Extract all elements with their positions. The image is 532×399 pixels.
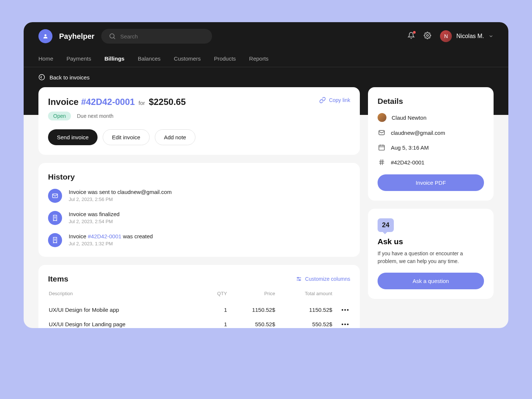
- brand-name: Payhelper: [59, 32, 95, 41]
- history-item: Invoice was sent to claudnew@gmail.comJu…: [48, 189, 350, 203]
- nav-customers[interactable]: Customers: [174, 50, 201, 67]
- svg-line-2: [113, 37, 115, 39]
- notifications-icon[interactable]: [407, 32, 415, 41]
- add-note-button[interactable]: Add note: [155, 129, 195, 145]
- email-icon: [378, 129, 386, 137]
- chevron-down-icon: [488, 34, 494, 39]
- svg-point-13: [299, 280, 300, 281]
- main-nav: Home Payments Billings Balances Customer…: [24, 50, 508, 67]
- edit-invoice-button[interactable]: Edit invoice: [103, 129, 150, 145]
- table-row: UX/UI Design for Landing page 1 550.52$ …: [49, 317, 349, 328]
- svg-point-4: [39, 75, 45, 80]
- items-card: Items Customize columns Description QTY …: [38, 265, 360, 328]
- col-description: Description: [49, 291, 206, 302]
- col-price: Price: [228, 291, 275, 302]
- nav-billings[interactable]: Billings: [105, 50, 125, 67]
- nav-products[interactable]: Products: [214, 50, 236, 67]
- ask-text: If you have a question or encounter a pr…: [378, 250, 484, 265]
- col-total: Total amount: [276, 291, 332, 302]
- receipt-icon: [48, 233, 62, 247]
- svg-point-1: [110, 34, 114, 38]
- sliders-icon: [296, 276, 302, 282]
- nav-home[interactable]: Home: [38, 50, 53, 67]
- ask-us-card: 24 Ask us If you have a question or enco…: [368, 209, 494, 299]
- customer-avatar: [378, 113, 386, 122]
- send-invoice-button[interactable]: Send invoice: [48, 129, 98, 145]
- ask-badge: 24: [378, 218, 394, 232]
- customer-name: Claud Newton: [392, 115, 426, 121]
- avatar: N: [440, 30, 452, 42]
- svg-point-0: [44, 34, 46, 36]
- invoice-date: Aug 5, 3:16 AM: [391, 144, 429, 151]
- col-qty: QTY: [207, 291, 227, 302]
- ask-question-button[interactable]: Ask a question: [378, 273, 484, 289]
- settings-icon[interactable]: [424, 32, 431, 41]
- invoice-pdf-button[interactable]: Invoice PDF: [378, 174, 484, 191]
- history-item: Invoice #42D42-0001 was createdJul 2, 20…: [48, 233, 350, 247]
- details-title: Details: [378, 97, 484, 106]
- row-actions[interactable]: •••: [333, 303, 349, 317]
- search-box[interactable]: [101, 29, 212, 44]
- svg-point-3: [427, 35, 429, 37]
- envelope-icon: [48, 189, 62, 203]
- table-row: UX/UI Design for Mobile app 1 1150.52$ 1…: [49, 303, 349, 317]
- search-input[interactable]: [120, 33, 205, 40]
- nav-balances[interactable]: Balances: [138, 50, 161, 67]
- status-badge: Open: [48, 112, 71, 120]
- invoice-header-card: Invoice #42D42-0001 for $2250.65 Copy li…: [38, 87, 360, 155]
- svg-rect-15: [379, 145, 385, 150]
- copy-link[interactable]: Copy link: [319, 97, 350, 103]
- hash-icon: [378, 158, 386, 166]
- invoice-title: Invoice #42D42-0001 for $2250.65: [48, 97, 186, 107]
- receipt-icon: [48, 211, 62, 225]
- customize-columns[interactable]: Customize columns: [296, 276, 350, 282]
- items-title: Items: [48, 274, 68, 283]
- svg-line-22: [382, 160, 383, 165]
- customer-email: claudnew@gmail.com: [391, 130, 445, 136]
- svg-point-12: [297, 277, 299, 279]
- link-icon: [319, 97, 326, 103]
- ask-title: Ask us: [378, 237, 484, 246]
- search-icon: [109, 33, 116, 40]
- due-text: Due next month: [77, 113, 113, 119]
- calendar-icon: [378, 143, 386, 151]
- user-name: Nicolas M.: [456, 33, 484, 40]
- nav-reports[interactable]: Reports: [249, 50, 269, 67]
- invoice-id: #42D42-0001: [391, 159, 424, 166]
- back-icon: [38, 74, 45, 81]
- nav-payments[interactable]: Payments: [66, 50, 91, 67]
- svg-line-21: [381, 160, 381, 165]
- details-card: Details Claud Newton claudnew@gmail.com …: [368, 87, 494, 201]
- history-card: History Invoice was sent to claudnew@gma…: [38, 163, 360, 257]
- user-menu[interactable]: N Nicolas M.: [440, 30, 494, 42]
- logo-icon: [38, 29, 52, 43]
- back-to-invoices[interactable]: Back to invoices: [24, 67, 508, 87]
- history-item: Invoice was finalizedJul 2, 2023, 2:54 P…: [48, 211, 350, 225]
- history-title: History: [48, 173, 350, 181]
- row-actions[interactable]: •••: [333, 317, 349, 328]
